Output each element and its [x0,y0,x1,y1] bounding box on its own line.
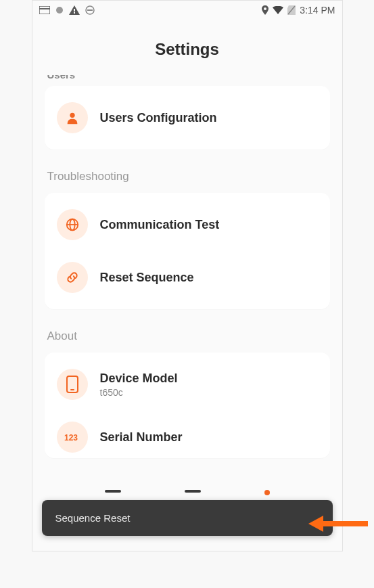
serial-number-item[interactable]: 123 Serial Number [45,411,330,453]
svg-text:123: 123 [64,433,78,442]
svg-point-2 [56,7,63,14]
nav-indicator [185,490,201,493]
phone-frame: 3:14 PM Settings Users Users Configurati… [32,0,343,551]
reset-sequence-item[interactable]: Reset Sequence [45,251,330,304]
no-sim-icon [287,5,296,15]
svg-rect-0 [39,6,50,14]
svg-rect-3 [74,9,75,12]
section-label-users-cut: Users [47,75,330,81]
annotation-arrow-icon [308,512,369,539]
toast-text: Sequence Reset [55,512,131,524]
section-label-about: About [47,330,330,343]
about-card: Device Model t650c 123 Serial Number [45,353,330,458]
page-title: Settings [32,40,342,59]
device-model-item[interactable]: Device Model t650c [45,358,330,411]
number-icon: 123 [57,422,88,453]
users-card: Users Configuration [45,86,330,150]
status-time: 3:14 PM [300,5,335,16]
status-bar: 3:14 PM [32,1,342,20]
section-label-troubleshooting: Troubleshooting [47,170,330,183]
item-title: Users Configuration [100,111,318,125]
svg-point-9 [70,113,74,118]
item-title: Serial Number [100,430,318,445]
dnd-icon [85,5,95,15]
card-icon [39,6,50,14]
toast-message: Sequence Reset [42,500,333,536]
troubleshooting-card: Communication Test Reset Sequence [45,193,330,309]
svg-rect-4 [74,12,75,14]
device-icon [57,369,88,400]
svg-rect-1 [39,8,50,9]
content-area: Users Users Configuration Troubleshootin… [32,75,342,544]
link-icon [57,262,88,293]
wifi-icon [273,6,283,14]
globe-icon [57,209,88,240]
communication-test-item[interactable]: Communication Test [45,198,330,251]
item-title: Reset Sequence [100,271,318,285]
nav-indicator [105,490,121,493]
svg-rect-6 [87,9,93,11]
page-header: Settings [32,20,342,75]
item-subtitle: t650c [100,387,318,398]
svg-marker-17 [308,516,323,532]
svg-point-7 [264,7,266,10]
users-configuration-item[interactable]: Users Configuration [45,91,330,144]
svg-rect-14 [70,389,74,390]
item-title: Communication Test [100,218,318,232]
dot-icon [55,6,64,14]
user-icon [57,102,88,133]
item-title: Device Model [100,371,318,386]
bottom-nav-hint [32,490,342,499]
warning-icon [69,5,80,15]
nav-indicator-active [264,490,270,495]
location-icon [262,5,268,15]
